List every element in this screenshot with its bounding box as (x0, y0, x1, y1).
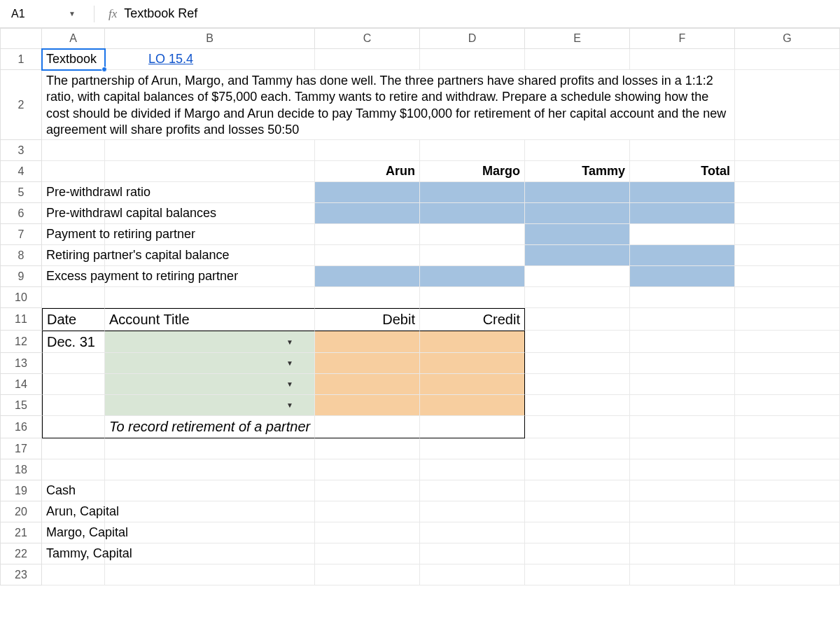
row-header-21[interactable]: 21 (0, 522, 42, 543)
cell-D5[interactable] (420, 182, 525, 203)
cell-F21[interactable] (630, 522, 735, 543)
cell-G9[interactable] (735, 266, 840, 287)
row-header-1[interactable]: 1 (0, 49, 42, 70)
cell-G6[interactable] (735, 203, 840, 224)
cell-B12-dropdown[interactable]: ▼ (105, 331, 315, 353)
row-header-22[interactable]: 22 (0, 543, 42, 564)
cell-E22[interactable] (525, 543, 630, 564)
cell-C14[interactable] (315, 374, 420, 395)
cell-D4[interactable]: Margo (420, 161, 525, 182)
cell-E6[interactable] (525, 203, 630, 224)
cell-G22[interactable] (735, 543, 840, 564)
cell-F9[interactable] (630, 266, 735, 287)
cell-B1[interactable]: LO 15.4 (105, 49, 315, 70)
row-header-10[interactable]: 10 (0, 287, 42, 308)
cell-A10[interactable] (42, 287, 105, 308)
cell-D15[interactable] (420, 395, 525, 416)
cell-F17[interactable] (630, 438, 735, 459)
cell-E9[interactable] (525, 266, 630, 287)
cell-G23[interactable] (735, 564, 840, 585)
row-header-3[interactable]: 3 (0, 140, 42, 161)
cell-A16[interactable] (42, 416, 105, 438)
col-header-G[interactable]: G (735, 28, 840, 49)
cell-D23[interactable] (420, 564, 525, 585)
cell-F1[interactable] (630, 49, 735, 70)
cell-G1[interactable] (735, 49, 840, 70)
row-header-9[interactable]: 9 (0, 266, 42, 287)
cell-A5[interactable]: Pre-withdrawl ratio (42, 182, 105, 203)
row-header-15[interactable]: 15 (0, 395, 42, 416)
cell-C21[interactable] (315, 522, 420, 543)
row-header-7[interactable]: 7 (0, 224, 42, 245)
cell-G13[interactable] (735, 353, 840, 374)
cell-E21[interactable] (525, 522, 630, 543)
cell-D21[interactable] (420, 522, 525, 543)
cell-D8[interactable] (420, 245, 525, 266)
cell-B4[interactable] (105, 161, 315, 182)
cell-A13[interactable] (42, 353, 105, 374)
cell-F13[interactable] (630, 353, 735, 374)
cell-C18[interactable] (315, 459, 420, 480)
formula-input[interactable]: Textbook Ref (124, 6, 836, 21)
col-header-F[interactable]: F (630, 28, 735, 49)
row-header-5[interactable]: 5 (0, 182, 42, 203)
cell-A14[interactable] (42, 374, 105, 395)
cell-E1[interactable] (525, 49, 630, 70)
cell-E13[interactable] (525, 353, 630, 374)
cell-F22[interactable] (630, 543, 735, 564)
cell-E8[interactable] (525, 245, 630, 266)
cell-D11[interactable]: Credit (420, 308, 525, 331)
cell-C17[interactable] (315, 438, 420, 459)
cell-G11[interactable] (735, 308, 840, 331)
cell-D9[interactable] (420, 266, 525, 287)
cell-A3[interactable] (42, 140, 105, 161)
cell-D22[interactable] (420, 543, 525, 564)
cell-B3[interactable] (105, 140, 315, 161)
cell-C23[interactable] (315, 564, 420, 585)
cell-C7[interactable] (315, 224, 420, 245)
cell-D1[interactable] (420, 49, 525, 70)
cell-A20[interactable]: Arun, Capital (42, 501, 105, 522)
cell-B19[interactable] (105, 480, 315, 501)
row-header-14[interactable]: 14 (0, 374, 42, 395)
cell-D16[interactable] (420, 416, 525, 438)
cell-F23[interactable] (630, 564, 735, 585)
col-header-D[interactable]: D (420, 28, 525, 49)
cell-E3[interactable] (525, 140, 630, 161)
cell-A18[interactable] (42, 459, 105, 480)
cell-C10[interactable] (315, 287, 420, 308)
col-header-A[interactable]: A (42, 28, 105, 49)
cell-E20[interactable] (525, 501, 630, 522)
row-header-20[interactable]: 20 (0, 501, 42, 522)
cell-F18[interactable] (630, 459, 735, 480)
cell-D10[interactable] (420, 287, 525, 308)
cell-C20[interactable] (315, 501, 420, 522)
cell-B17[interactable] (105, 438, 315, 459)
cell-B10[interactable] (105, 287, 315, 308)
cell-F15[interactable] (630, 395, 735, 416)
cell-F10[interactable] (630, 287, 735, 308)
cell-G20[interactable] (735, 501, 840, 522)
cell-G2[interactable] (735, 70, 840, 140)
row-header-16[interactable]: 16 (0, 416, 42, 438)
cell-E12[interactable] (525, 331, 630, 353)
cell-E4[interactable]: Tammy (525, 161, 630, 182)
cell-F11[interactable] (630, 308, 735, 331)
cell-B11[interactable]: Account Title (105, 308, 315, 331)
cell-C1[interactable] (315, 49, 420, 70)
cell-G21[interactable] (735, 522, 840, 543)
row-header-4[interactable]: 4 (0, 161, 42, 182)
cell-G15[interactable] (735, 395, 840, 416)
cell-D20[interactable] (420, 501, 525, 522)
cell-C3[interactable] (315, 140, 420, 161)
cell-F19[interactable] (630, 480, 735, 501)
row-header-19[interactable]: 19 (0, 480, 42, 501)
row-header-13[interactable]: 13 (0, 353, 42, 374)
cell-C4[interactable]: Arun (315, 161, 420, 182)
link-lo[interactable]: LO 15.4 (148, 52, 193, 67)
selection-handle[interactable] (102, 67, 107, 72)
cell-D7[interactable] (420, 224, 525, 245)
cell-C6[interactable] (315, 203, 420, 224)
select-all-corner[interactable] (0, 28, 42, 49)
cell-F12[interactable] (630, 331, 735, 353)
